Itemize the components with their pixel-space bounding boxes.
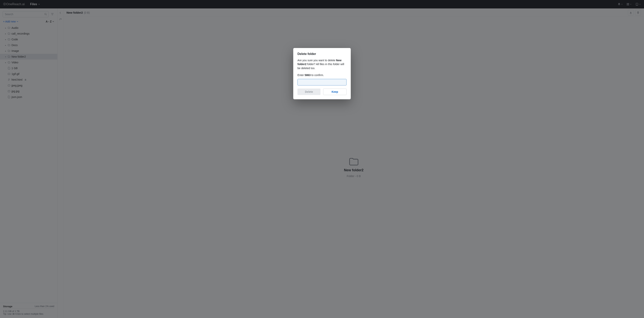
modal-message: Are you sure you want to delete New fold… <box>298 58 346 70</box>
modal-confirm-instruction: Enter 5863 to confirm. <box>298 73 346 77</box>
modal-confirm-code: 5863 <box>304 74 310 77</box>
delete-folder-modal: Delete folder Are you sure you want to d… <box>293 48 351 99</box>
modal-keep-button[interactable]: Keep <box>323 89 346 95</box>
modal-line1: Are you sure you want to delete <box>298 59 335 62</box>
confirm-code-input[interactable] <box>298 79 346 85</box>
modal-confirm-prefix: Enter <box>298 74 304 77</box>
modal-overlay[interactable]: Delete folder Are you sure you want to d… <box>0 0 644 318</box>
modal-confirm-suffix: to confirm. <box>311 74 324 77</box>
modal-delete-button[interactable]: Delete <box>298 89 320 95</box>
modal-title: Delete folder <box>298 52 346 56</box>
